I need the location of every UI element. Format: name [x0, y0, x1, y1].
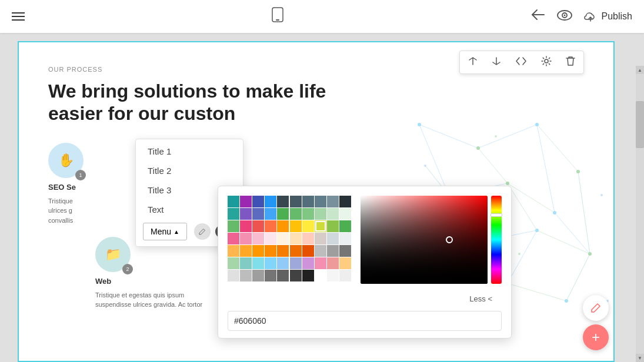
scroll-down-arrow[interactable]: ▼	[636, 354, 644, 362]
svg-point-28	[535, 123, 539, 126]
swatch-cell[interactable]	[277, 196, 289, 207]
swatch-cell[interactable]	[290, 220, 302, 232]
swatch-cell[interactable]	[228, 245, 239, 257]
svg-point-27	[476, 146, 480, 150]
swatch-cell[interactable]	[265, 270, 276, 281]
swatch-cell[interactable]	[252, 245, 264, 257]
swatch-cell[interactable]	[277, 270, 289, 281]
swatch-cell[interactable]	[302, 220, 314, 232]
swatch-cell[interactable]	[228, 257, 239, 269]
hamburger-menu[interactable]	[12, 12, 25, 21]
swatch-cell[interactable]	[327, 245, 339, 257]
swatch-cell[interactable]	[265, 208, 276, 220]
swatch-cell[interactable]	[315, 208, 326, 220]
delete-button[interactable]	[563, 55, 578, 70]
swatch-cell[interactable]	[339, 257, 351, 269]
swatch-cell[interactable]	[252, 270, 264, 281]
swatch-cell[interactable]	[277, 245, 289, 257]
swatch-cell[interactable]	[240, 220, 252, 232]
swatch-cell[interactable]	[228, 208, 239, 220]
swatch-cell[interactable]	[252, 196, 264, 207]
swatch-cell[interactable]	[290, 245, 302, 257]
preview-button[interactable]	[557, 10, 572, 24]
swatch-cell[interactable]	[339, 196, 351, 207]
menu-dropdown[interactable]: Menu ▲	[143, 223, 187, 240]
swatch-cell[interactable]	[252, 208, 264, 220]
publish-label: Publish	[602, 11, 632, 22]
settings-button[interactable]	[539, 55, 554, 70]
swatch-cell[interactable]	[228, 270, 239, 281]
swatch-cell[interactable]	[302, 196, 314, 207]
swatch-cell[interactable]	[315, 220, 326, 232]
hex-input[interactable]	[228, 311, 502, 331]
swatch-cell[interactable]	[265, 233, 276, 244]
swatch-cell[interactable]	[277, 257, 289, 269]
swatch-cell[interactable]	[290, 257, 302, 269]
less-button[interactable]: Less <	[460, 292, 502, 306]
swatch-cell[interactable]	[265, 220, 276, 232]
hue-handle[interactable]	[490, 213, 502, 217]
swatch-cell[interactable]	[228, 196, 239, 207]
swatch-cell[interactable]	[290, 233, 302, 244]
swatch-cell[interactable]	[315, 196, 326, 207]
swatch-cell[interactable]	[302, 208, 314, 220]
swatch-cell[interactable]	[339, 208, 351, 220]
swatch-cell[interactable]	[327, 270, 339, 281]
float-toolbar	[459, 51, 584, 74]
swatch-cell[interactable]	[240, 245, 252, 257]
swatch-cell[interactable]	[315, 270, 326, 281]
swatch-cell[interactable]	[240, 208, 252, 220]
swatch-cell[interactable]	[315, 257, 326, 269]
saturation-gradient[interactable]	[361, 196, 488, 284]
swatch-cell[interactable]	[290, 270, 302, 281]
back-button[interactable]	[531, 9, 545, 24]
fab-edit-button[interactable]	[583, 295, 609, 321]
swatch-cell[interactable]	[302, 245, 314, 257]
gradient-handle[interactable]	[446, 236, 453, 243]
swatch-cell[interactable]	[302, 233, 314, 244]
swatch-cell[interactable]	[327, 208, 339, 220]
swatch-cell[interactable]	[277, 220, 289, 232]
code-button[interactable]	[513, 55, 529, 69]
swatch-cell[interactable]	[339, 270, 351, 281]
swatch-cell[interactable]	[240, 233, 252, 244]
mobile-preview-button[interactable]	[271, 7, 284, 26]
swatch-cell[interactable]	[339, 245, 351, 257]
swatch-cell[interactable]	[327, 196, 339, 207]
svg-line-23	[578, 172, 590, 254]
swatch-cell[interactable]	[240, 257, 252, 269]
swatch-cell[interactable]	[265, 245, 276, 257]
swatch-cell[interactable]	[277, 233, 289, 244]
swatch-cell[interactable]	[339, 233, 351, 244]
swatch-cell[interactable]	[315, 245, 326, 257]
swatch-cell[interactable]	[327, 257, 339, 269]
fab-add-button[interactable]: +	[583, 324, 609, 350]
swatch-cell[interactable]	[240, 270, 252, 281]
edit-icon-btn[interactable]	[194, 223, 211, 240]
swatch-cell[interactable]	[339, 220, 351, 232]
swatch-cell[interactable]	[252, 220, 264, 232]
swatch-cell[interactable]	[252, 233, 264, 244]
move-down-button[interactable]	[489, 55, 503, 69]
swatch-cell[interactable]	[327, 233, 339, 244]
menu-item-title2[interactable]: Title 2	[136, 161, 243, 180]
swatch-cell[interactable]	[302, 257, 314, 269]
swatch-cell[interactable]	[277, 208, 289, 220]
swatch-cell[interactable]	[265, 257, 276, 269]
swatch-cell[interactable]	[327, 220, 339, 232]
menu-item-title1[interactable]: Title 1	[136, 142, 243, 161]
swatch-cell[interactable]	[315, 233, 326, 244]
swatch-cell[interactable]	[302, 270, 314, 281]
swatch-cell[interactable]	[252, 257, 264, 269]
swatch-cell[interactable]	[290, 196, 302, 207]
scroll-up-arrow[interactable]: ▲	[636, 66, 644, 74]
swatch-cell[interactable]	[240, 196, 252, 207]
swatch-cell[interactable]	[265, 196, 276, 207]
scroll-thumb[interactable]	[636, 101, 644, 148]
swatch-cell[interactable]	[290, 208, 302, 220]
move-up-button[interactable]	[466, 55, 480, 69]
swatch-cell[interactable]	[228, 220, 239, 232]
publish-button[interactable]: Publish	[584, 11, 632, 22]
hue-strip[interactable]	[491, 196, 502, 284]
swatch-cell[interactable]	[228, 233, 239, 244]
